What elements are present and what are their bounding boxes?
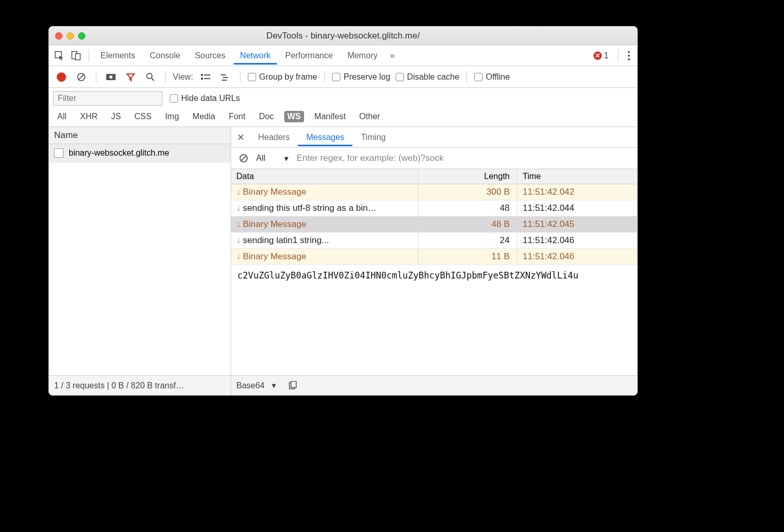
filter-media[interactable]: Media (189, 111, 219, 122)
close-detail-button[interactable]: ✕ (231, 132, 250, 143)
filter-font[interactable]: Font (225, 111, 248, 122)
network-toolbar: View: Group by frame Preserve log Disabl… (49, 66, 637, 88)
message-time: 11:51:42.044 (517, 200, 637, 216)
request-row[interactable]: binary-websocket.glitch.me (49, 144, 231, 162)
filter-js[interactable]: JS (108, 111, 124, 122)
separator (88, 49, 89, 62)
filter-img[interactable]: Img (162, 111, 182, 122)
error-count-badge[interactable]: ✕ 1 (593, 51, 609, 60)
direction-filter-dropdown[interactable]: All ▾ (256, 154, 288, 163)
name-column-header[interactable]: Name (49, 127, 231, 144)
message-row[interactable]: ↓Binary Message300 B11:51:42.042 (231, 184, 637, 200)
record-icon (57, 72, 66, 82)
subtab-messages[interactable]: Messages (298, 129, 352, 146)
messages-grid-header: Data Length Time (231, 169, 637, 184)
filter-icon[interactable] (123, 70, 138, 84)
col-time[interactable]: Time (517, 169, 637, 184)
message-time: 11:51:42.046 (517, 233, 637, 248)
toggle-device-toolbar-icon[interactable] (69, 48, 83, 63)
search-icon[interactable] (143, 70, 158, 84)
filter-input[interactable] (53, 91, 162, 106)
message-time: 11:51:42.045 (517, 217, 637, 232)
message-filter-bar: All ▾ (231, 148, 637, 169)
settings-menu-button[interactable] (624, 49, 634, 62)
message-data: sending this utf-8 string as a bin… (243, 203, 377, 213)
preserve-log-checkbox[interactable]: Preserve log (332, 72, 390, 82)
chevron-down-icon: ▾ (272, 381, 276, 390)
offline-checkbox[interactable]: Offline (474, 72, 510, 82)
message-data: sending latin1 string... (243, 235, 329, 245)
arrow-down-icon: ↓ (236, 203, 241, 213)
encoding-dropdown[interactable]: Base64 ▾ (236, 381, 276, 390)
more-tabs-button[interactable]: » (386, 51, 399, 60)
filter-ws[interactable]: WS (284, 111, 304, 122)
traffic-lights (49, 32, 85, 40)
window-zoom-button[interactable] (78, 32, 85, 40)
tab-sources[interactable]: Sources (188, 47, 232, 65)
request-summary: 1 / 3 requests | 0 B / 820 B transf… (49, 375, 231, 395)
message-row[interactable]: ↓sending latin1 string...2411:51:42.046 (231, 233, 637, 249)
tab-performance[interactable]: Performance (279, 47, 339, 65)
clear-messages-button[interactable] (236, 151, 251, 166)
capture-screenshots-icon[interactable] (104, 70, 118, 84)
message-data: Binary Message (243, 251, 307, 261)
message-length: 24 (419, 233, 517, 248)
message-length: 300 B (419, 184, 517, 200)
svg-rect-9 (201, 74, 203, 76)
svg-rect-19 (291, 381, 296, 387)
error-count: 1 (604, 51, 609, 60)
svg-rect-13 (221, 74, 226, 75)
message-row[interactable]: ↓Binary Message11 B11:51:42.046 (231, 249, 637, 265)
filter-xhr[interactable]: XHR (77, 111, 101, 122)
filter-doc[interactable]: Doc (256, 111, 276, 122)
request-name: binary-websocket.glitch.me (69, 148, 169, 158)
group-by-frame-checkbox[interactable]: Group by frame (248, 72, 317, 82)
large-rows-icon[interactable] (198, 70, 213, 84)
tab-network[interactable]: Network (234, 47, 277, 65)
subtab-timing[interactable]: Timing (352, 129, 394, 146)
svg-point-6 (109, 75, 112, 79)
detail-tabs: ✕ Headers Messages Timing (231, 127, 637, 148)
hide-data-urls-checkbox[interactable]: Hide data URLs (170, 94, 240, 103)
filter-manifest[interactable]: Manifest (311, 111, 349, 122)
filter-other[interactable]: Other (356, 111, 383, 122)
arrow-down-icon: ↓ (236, 219, 241, 229)
titlebar: DevTools - binary-websocket.glitch.me/ (49, 27, 637, 45)
message-preview[interactable]: c2VuZGluZyB0aGlzIHV0Zi04IHN0cmluZyBhcyBh… (231, 265, 637, 375)
col-data[interactable]: Data (231, 169, 419, 184)
filter-row: Hide data URLs (49, 88, 637, 109)
col-length[interactable]: Length (419, 169, 517, 184)
message-length: 48 B (419, 217, 517, 232)
window-minimize-button[interactable] (67, 32, 74, 40)
tab-memory[interactable]: Memory (341, 47, 384, 65)
message-regex-input[interactable] (294, 151, 632, 166)
svg-line-17 (241, 156, 246, 161)
overview-icon[interactable] (218, 70, 233, 84)
window-close-button[interactable] (55, 32, 62, 40)
disable-cache-checkbox[interactable]: Disable cache (396, 72, 460, 82)
clear-button[interactable] (74, 70, 88, 84)
frame-icon (54, 148, 64, 158)
subtab-headers[interactable]: Headers (250, 129, 298, 146)
message-length: 11 B (419, 249, 517, 264)
svg-point-7 (147, 73, 152, 79)
tab-elements[interactable]: Elements (94, 47, 142, 65)
window-title: DevTools - binary-websocket.glitch.me/ (49, 31, 637, 41)
arrow-down-icon: ↓ (236, 187, 241, 197)
inspect-element-icon[interactable] (52, 48, 67, 63)
svg-rect-2 (75, 54, 80, 60)
view-label: View: (173, 72, 193, 82)
filter-all[interactable]: All (54, 111, 70, 122)
messages-grid-body: ↓Binary Message300 B11:51:42.042↓sending… (231, 184, 637, 265)
record-button[interactable] (54, 70, 69, 84)
filter-css[interactable]: CSS (131, 111, 155, 122)
svg-rect-15 (222, 80, 227, 81)
svg-rect-11 (201, 78, 203, 80)
tab-console[interactable]: Console (144, 47, 187, 65)
message-row[interactable]: ↓sending this utf-8 string as a bin…4811… (231, 200, 637, 217)
message-row[interactable]: ↓Binary Message48 B11:51:42.045 (231, 217, 637, 233)
panel-tabbar: Elements Console Sources Network Perform… (49, 45, 637, 66)
detail-panel: ✕ Headers Messages Timing All ▾ Data Len… (231, 127, 637, 395)
chevron-down-icon: ▾ (284, 154, 288, 163)
copy-button[interactable] (285, 378, 300, 393)
